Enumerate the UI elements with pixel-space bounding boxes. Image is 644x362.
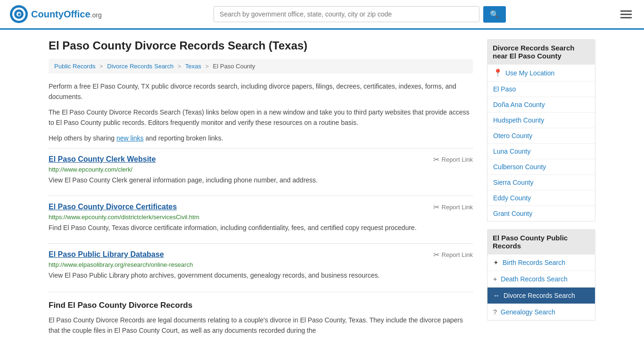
main-container: El Paso County Divorce Records Search (T… xyxy=(39,30,605,346)
nearby-items: El PasoDoña Ana CountyHudspeth CountyOte… xyxy=(487,82,595,221)
nearby-link[interactable]: El Paso xyxy=(493,85,516,93)
nearby-link[interactable]: Luna County xyxy=(493,148,530,155)
nearby-link[interactable]: Grant County xyxy=(493,210,532,217)
resource-desc: View El Paso County Clerk general inform… xyxy=(49,175,473,185)
search-area: 🔍 xyxy=(214,6,506,23)
nearby-link[interactable]: Sierra County xyxy=(493,179,534,186)
breadcrumb-sep: > xyxy=(99,63,103,70)
nearby-list-item[interactable]: Doña Ana County xyxy=(487,97,595,113)
breadcrumb-current: El Paso County xyxy=(213,63,256,70)
records-section-header: El Paso County Public Records xyxy=(487,229,595,255)
nearby-link[interactable]: Hudspeth County xyxy=(493,116,544,124)
description-1: Perform a free El Paso County, TX public… xyxy=(49,81,473,102)
logo-text: CountyOffice.org xyxy=(31,9,102,19)
report-link-icon: ✂ xyxy=(433,250,439,259)
records-list-item[interactable]: + Death Records Search xyxy=(487,271,595,288)
records-list-item[interactable]: ↔ Divorce Records Search xyxy=(487,288,595,304)
nearby-list-item[interactable]: Grant County xyxy=(487,206,595,221)
svg-text:★: ★ xyxy=(17,12,22,17)
resource-title-link[interactable]: El Paso Public Library Database xyxy=(49,250,164,259)
records-items: ✦ Birth Records Search + Death Records S… xyxy=(487,255,595,320)
record-type-icon: + xyxy=(493,275,497,283)
record-type-link[interactable]: Divorce Records Search xyxy=(504,292,575,299)
breadcrumb-sep: > xyxy=(178,63,182,70)
content-area: El Paso County Divorce Records Search (T… xyxy=(49,39,473,336)
nearby-list-item[interactable]: El Paso xyxy=(487,82,595,97)
report-link-label: Report Link xyxy=(442,204,473,211)
breadcrumb-public-records[interactable]: Public Records xyxy=(54,63,95,70)
nearby-list: 📍 Use My Location El PasoDoña Ana County… xyxy=(487,65,595,222)
description-2: The El Paso County Divorce Records Searc… xyxy=(49,107,473,128)
record-type-icon: ↔ xyxy=(493,292,500,299)
resource-url: http://www.epcounty.com/clerk/ xyxy=(49,166,473,173)
records-list-item[interactable]: ✦ Birth Records Search xyxy=(487,255,595,271)
desc3-post: and reporting broken links. xyxy=(144,134,223,142)
records-list: ✦ Birth Records Search + Death Records S… xyxy=(487,255,595,321)
resource-title-link[interactable]: El Paso County Clerk Website xyxy=(49,155,156,164)
record-type-link[interactable]: Genealogy Search xyxy=(501,308,555,316)
use-location-link[interactable]: Use My Location xyxy=(505,69,554,77)
hamburger-line xyxy=(620,10,632,12)
resource-header: El Paso Public Library Database ✂ Report… xyxy=(49,250,473,259)
resource-url: http://www.elpasolibrary.org/research/on… xyxy=(49,261,473,268)
new-links-link[interactable]: new links xyxy=(116,134,144,142)
resource-block: El Paso Public Library Database ✂ Report… xyxy=(49,243,473,287)
breadcrumb-texas[interactable]: Texas xyxy=(185,63,201,70)
record-type-icon: ✦ xyxy=(493,259,499,266)
resource-block: El Paso County Clerk Website ✂ Report Li… xyxy=(49,148,473,192)
nearby-list-item[interactable]: Eddy County xyxy=(487,190,595,206)
resource-url: https://www.epcounty.com/districtclerk/s… xyxy=(49,214,473,221)
breadcrumb-divorce-records[interactable]: Divorce Records Search xyxy=(107,63,173,70)
site-header: ★ CountyOffice.org 🔍 xyxy=(0,0,644,30)
find-section-title: Find El Paso County Divorce Records xyxy=(49,301,473,310)
nearby-link[interactable]: Doña Ana County xyxy=(493,101,545,108)
report-link-icon: ✂ xyxy=(433,203,439,212)
hamburger-line xyxy=(620,17,632,18)
resources-container: El Paso County Clerk Website ✂ Report Li… xyxy=(49,148,473,287)
nearby-list-item[interactable]: Sierra County xyxy=(487,175,595,190)
nearby-link[interactable]: Otero County xyxy=(493,132,532,140)
hamburger-line xyxy=(620,14,632,15)
records-list-item[interactable]: ? Genealogy Search xyxy=(487,304,595,320)
search-input[interactable] xyxy=(214,6,479,22)
report-link[interactable]: ✂ Report Link xyxy=(433,155,473,164)
record-type-icon: ? xyxy=(493,308,497,316)
resource-desc: View El Paso Public Library photo archiv… xyxy=(49,271,473,280)
nearby-list-item[interactable]: Culberson County xyxy=(487,159,595,175)
find-section: Find El Paso County Divorce Records El P… xyxy=(49,292,473,336)
nearby-list-item[interactable]: Luna County xyxy=(487,144,595,159)
nearby-link[interactable]: Culberson County xyxy=(493,163,546,171)
report-link-icon: ✂ xyxy=(433,155,439,164)
nearby-list-item[interactable]: Otero County xyxy=(487,128,595,144)
find-section-text: El Paso County Divorce Records are legal… xyxy=(49,315,473,336)
resource-header: El Paso County Clerk Website ✂ Report Li… xyxy=(49,155,473,164)
nearby-list-item[interactable]: Hudspeth County xyxy=(487,113,595,128)
report-link[interactable]: ✂ Report Link xyxy=(433,250,473,259)
nearby-link[interactable]: Eddy County xyxy=(493,194,531,202)
desc3-pre: Help others by sharing xyxy=(49,134,116,142)
resource-title-link[interactable]: El Paso County Divorce Certificates xyxy=(49,203,177,211)
report-link-label: Report Link xyxy=(442,251,473,258)
hamburger-menu-button[interactable] xyxy=(618,8,635,21)
breadcrumb-sep: > xyxy=(205,63,209,70)
description-3: Help others by sharing new links and rep… xyxy=(49,133,473,143)
page-title: El Paso County Divorce Records Search (T… xyxy=(49,39,473,52)
logo-icon: ★ xyxy=(9,5,28,24)
location-icon: 📍 xyxy=(493,68,503,77)
nearby-section-header: Divorce Records Search near El Paso Coun… xyxy=(487,39,595,65)
report-link[interactable]: ✂ Report Link xyxy=(433,203,473,212)
records-section: El Paso County Public Records ✦ Birth Re… xyxy=(487,229,595,321)
record-type-link[interactable]: Birth Records Search xyxy=(503,259,565,266)
resource-header: El Paso County Divorce Certificates ✂ Re… xyxy=(49,203,473,212)
nearby-section: Divorce Records Search near El Paso Coun… xyxy=(487,39,595,222)
logo[interactable]: ★ CountyOffice.org xyxy=(9,5,102,24)
search-button[interactable]: 🔍 xyxy=(483,6,506,23)
resource-block: El Paso County Divorce Certificates ✂ Re… xyxy=(49,196,473,239)
sidebar: Divorce Records Search near El Paso Coun… xyxy=(487,39,595,336)
breadcrumb: Public Records > Divorce Records Search … xyxy=(49,59,473,74)
use-location-item[interactable]: 📍 Use My Location xyxy=(487,65,595,82)
record-type-link[interactable]: Death Records Search xyxy=(501,275,568,283)
resource-desc: Find El Paso County, Texas divorce certi… xyxy=(49,223,473,233)
report-link-label: Report Link xyxy=(442,156,473,163)
